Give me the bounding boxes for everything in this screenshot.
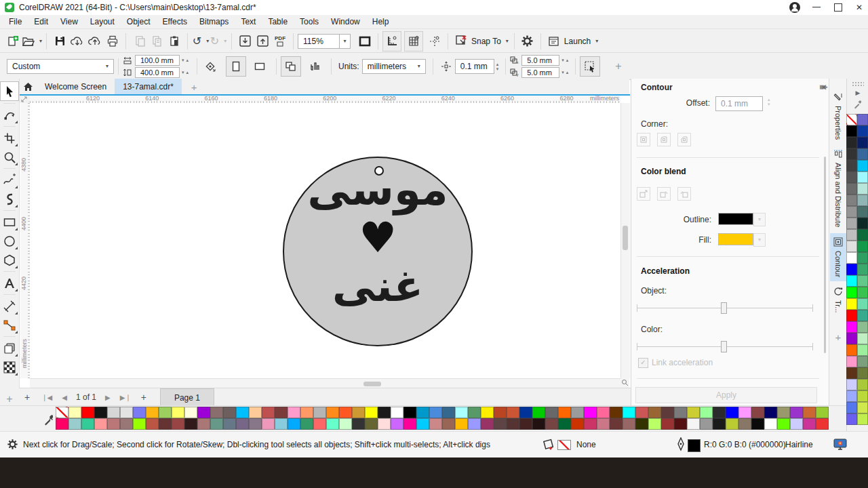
- outline-pen-icon[interactable]: [677, 437, 685, 452]
- color-swatch[interactable]: [68, 407, 81, 418]
- duplicate-x-spinner[interactable]: ▾▴: [561, 58, 568, 63]
- cut-button[interactable]: [130, 32, 148, 51]
- color-swatch[interactable]: [846, 137, 857, 148]
- color-swatch[interactable]: [597, 407, 610, 418]
- tab-active-document[interactable]: 13-7amal.cdr*: [115, 79, 182, 95]
- color-swatch[interactable]: [846, 148, 857, 160]
- color-swatch[interactable]: [674, 407, 687, 418]
- color-swatch[interactable]: [846, 183, 857, 195]
- page-width-spinner[interactable]: ▾▴: [182, 58, 189, 63]
- color-swatch[interactable]: [803, 407, 816, 418]
- color-swatch[interactable]: [184, 418, 197, 430]
- horizontal-scrollbar-thumb[interactable]: [363, 382, 381, 386]
- cloud-save-button[interactable]: [86, 32, 104, 51]
- color-swatch[interactable]: [610, 407, 623, 418]
- color-swatch[interactable]: [738, 407, 751, 418]
- export-button[interactable]: [254, 32, 271, 51]
- color-swatch[interactable]: [857, 390, 868, 402]
- color-swatch[interactable]: [159, 407, 172, 418]
- landscape-orientation-button[interactable]: [250, 57, 269, 76]
- new-tab-plus-button[interactable]: +: [191, 81, 197, 93]
- color-swatch[interactable]: [120, 418, 133, 430]
- color-swatch[interactable]: [56, 407, 68, 418]
- crop-tool[interactable]: [1, 129, 18, 147]
- duplicate-y-spinner[interactable]: ▾▴: [561, 70, 568, 75]
- color-swatch[interactable]: [494, 407, 507, 418]
- color-swatch[interactable]: [545, 418, 558, 430]
- color-swatch[interactable]: [275, 418, 288, 430]
- add-docker-button[interactable]: +: [829, 331, 847, 343]
- color-swatch[interactable]: [56, 418, 68, 430]
- color-swatch[interactable]: [846, 310, 857, 321]
- color-swatch[interactable]: [172, 418, 184, 430]
- menu-item[interactable]: Help: [366, 15, 395, 28]
- linear-blend-button[interactable]: [637, 187, 650, 201]
- current-page-settings-button[interactable]: [305, 57, 324, 76]
- show-rulers-toggle[interactable]: [382, 31, 401, 52]
- clockwise-blend-button[interactable]: [657, 187, 671, 201]
- color-swatch[interactable]: [262, 418, 275, 430]
- color-swatch[interactable]: [857, 137, 868, 148]
- color-swatch[interactable]: [846, 125, 857, 137]
- pendant-heart[interactable]: ♥: [283, 217, 473, 259]
- color-swatch[interactable]: [507, 407, 519, 418]
- outline-color-dropdown[interactable]: ▾: [753, 213, 766, 226]
- pick-tool[interactable]: [0, 81, 19, 101]
- color-swatch[interactable]: [107, 407, 120, 418]
- undo-button[interactable]: ↺▾: [192, 32, 210, 51]
- color-swatch[interactable]: [857, 413, 868, 425]
- color-swatch[interactable]: [249, 418, 262, 430]
- page-tab[interactable]: Page 1: [160, 388, 214, 406]
- color-swatch[interactable]: [94, 418, 107, 430]
- copy-button[interactable]: [148, 32, 165, 51]
- color-swatch[interactable]: [597, 418, 610, 430]
- show-grid-toggle[interactable]: [404, 31, 423, 52]
- color-swatch[interactable]: [857, 275, 868, 287]
- snap-to-button[interactable]: Snap To▾: [470, 32, 510, 51]
- shadow-tool[interactable]: [1, 339, 18, 357]
- color-swatch[interactable]: [455, 407, 468, 418]
- color-swatch[interactable]: [68, 418, 81, 430]
- round-corner-button[interactable]: [657, 133, 671, 146]
- color-swatch[interactable]: [468, 418, 481, 430]
- color-swatch[interactable]: [558, 418, 571, 430]
- color-swatch[interactable]: [584, 418, 597, 430]
- ellipse-tool[interactable]: [1, 232, 18, 250]
- display-settings-icon[interactable]: [833, 438, 848, 451]
- color-swatch[interactable]: [857, 287, 868, 298]
- bevel-corner-button[interactable]: [677, 133, 691, 146]
- color-swatch[interactable]: [857, 333, 868, 344]
- miter-corner-button[interactable]: [637, 133, 650, 146]
- color-swatch[interactable]: [545, 407, 558, 418]
- object-acceleration-slider[interactable]: [637, 308, 813, 308]
- color-swatch[interactable]: [532, 418, 545, 430]
- color-swatch[interactable]: [584, 407, 597, 418]
- close-button[interactable]: ✕: [856, 3, 863, 12]
- color-swatch[interactable]: [846, 287, 857, 298]
- fill-color-swatch[interactable]: [718, 233, 753, 245]
- pattern-fill-tool[interactable]: [1, 358, 18, 376]
- color-swatch[interactable]: [846, 171, 857, 183]
- color-swatch[interactable]: [468, 407, 481, 418]
- color-swatch[interactable]: [751, 418, 764, 430]
- vertical-ruler[interactable]: 438044004420: [20, 103, 31, 378]
- zoom-tool[interactable]: [1, 148, 18, 166]
- color-swatch[interactable]: [300, 418, 313, 430]
- color-swatch[interactable]: [846, 114, 857, 125]
- palette-expand-arrow[interactable]: ▶: [847, 89, 868, 96]
- color-swatch[interactable]: [777, 407, 790, 418]
- color-swatch[interactable]: [107, 418, 120, 430]
- color-swatch[interactable]: [846, 333, 857, 344]
- text-tool[interactable]: [1, 274, 18, 292]
- offset-field[interactable]: 0.1 mm: [715, 96, 763, 111]
- page-size-preset-combo[interactable]: Custom▾: [7, 59, 114, 74]
- color-swatch[interactable]: [210, 407, 223, 418]
- color-swatch[interactable]: [857, 298, 868, 310]
- color-swatch[interactable]: [262, 407, 275, 418]
- color-swatch[interactable]: [519, 407, 532, 418]
- drawing-canvas[interactable]: موسى ♥ غنى: [30, 103, 620, 378]
- polygon-tool[interactable]: [1, 251, 18, 269]
- color-swatch[interactable]: [790, 407, 803, 418]
- pendant-bottom-text[interactable]: غنى: [283, 264, 473, 308]
- color-swatch[interactable]: [846, 321, 857, 333]
